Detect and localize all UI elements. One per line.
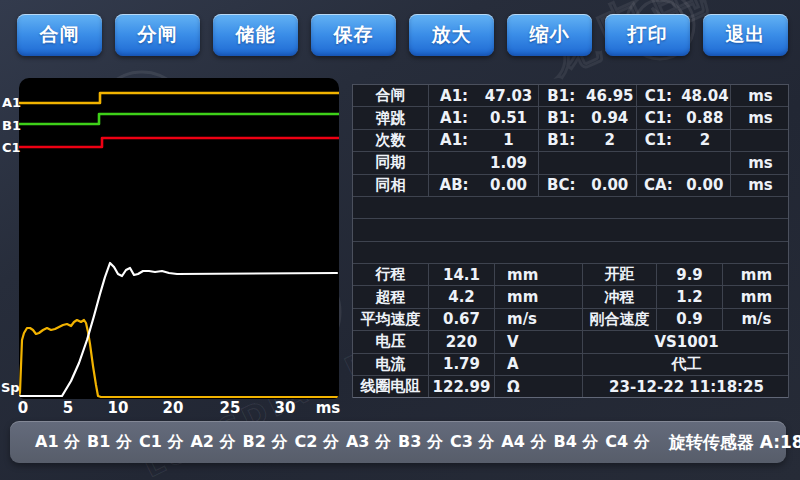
measurement-panel: 合闸 A1:47.03 B1:46.95 C1:48.04 ms 弹跳 A1:0… (352, 84, 789, 398)
trace-label-c1: C1 (2, 140, 20, 155)
row-label: 平均速度 (353, 309, 429, 330)
table-row-count: 次数 A1:1 B1:2 C1:2 (353, 130, 788, 152)
unit-cell: A (495, 354, 583, 375)
table-row-overtravel: 超程 4.2 mm 冲程 1.2 mm (353, 286, 788, 308)
unit-cell: V (495, 331, 583, 352)
unit-cell: ms (731, 152, 790, 173)
unit-cell: mm (723, 286, 790, 307)
x-axis: 0 5 10 20 25 30 ms (19, 399, 349, 416)
phase-b-cell: B1:46.95 (539, 85, 637, 106)
value-cell: 1.79 (429, 354, 495, 375)
table-row-travel: 行程 14.1 mm 开距 9.9 mm (353, 264, 788, 286)
unit-cell: mm (495, 286, 583, 307)
empty-cell (539, 152, 637, 173)
phase-c-cell: C1:48.04 (637, 85, 731, 106)
phase-b-cell: B1:2 (539, 130, 637, 151)
phase-status-b1: B1 分 (87, 432, 132, 453)
table-row-avg-speed: 平均速度 0.67 m/s 刚合速度 0.9 m/s (353, 309, 788, 331)
unit-cell: ms (731, 175, 790, 196)
unit-cell (731, 130, 790, 151)
timestamp-cell: 23-12-22 11:18:25 (583, 376, 790, 397)
row-label: 次数 (353, 130, 429, 151)
value-cell: 0.67 (429, 309, 495, 330)
trace-label-a1: A1 (2, 95, 20, 110)
row-label: 电流 (353, 354, 429, 375)
trace-coil-current (19, 320, 337, 397)
value-cell: 122.99 (429, 376, 495, 397)
trace-label-b1: B1 (2, 118, 20, 133)
phase-status-c3: C3 分 (450, 432, 494, 453)
waveform-svg (19, 78, 339, 399)
phase-status-c4: C4 分 (605, 432, 649, 453)
empty-row (353, 242, 788, 264)
row-label: 同期 (353, 152, 429, 173)
row-label: 电压 (353, 331, 429, 352)
waveform-chart (19, 78, 339, 399)
trace-C1-contact (19, 138, 339, 147)
value-cell: 4.2 (429, 286, 495, 307)
phase-status-bar: A1 分 B1 分 C1 分 A2 分 B2 分 C2 分 A3 分 B3 分 … (10, 421, 786, 463)
zoom-out-button[interactable]: 缩小 (507, 14, 592, 56)
phase-a-cell: A1:1 (429, 130, 539, 151)
row-label: 行程 (353, 264, 429, 285)
empty-row (353, 197, 788, 219)
x-tick: 10 (108, 399, 129, 417)
trace-B1-contact (19, 114, 339, 124)
zoom-in-button[interactable]: 放大 (409, 14, 494, 56)
x-tick: 20 (163, 399, 184, 417)
rotary-sensor-readout: 旋转传感器 A:188.4 (669, 431, 800, 454)
table-row-same-phase: 同相 AB:0.00 BC:0.00 CA:0.00 ms (353, 175, 788, 197)
x-tick: 25 (220, 399, 241, 417)
row-label: 同相 (353, 175, 429, 196)
row-label: 弹跳 (353, 107, 429, 128)
phase-status-a1: A1 分 (35, 432, 80, 453)
row-label: 线圈电阻 (353, 376, 429, 397)
value-cell: 1.2 (657, 286, 723, 307)
trace-label-sp: Sp (1, 380, 19, 395)
unit-cell: mm (723, 264, 790, 285)
value-cell: 1.09 (429, 152, 539, 173)
phase-status-a2: A2 分 (190, 432, 235, 453)
save-button[interactable]: 保存 (311, 14, 396, 56)
open-breaker-button[interactable]: 分闸 (115, 14, 200, 56)
x-tick: 30 (275, 399, 296, 417)
row-label: 冲程 (583, 286, 657, 307)
x-tick: 0 (18, 399, 28, 417)
phase-a-cell: A1:0.51 (429, 107, 539, 128)
row-label: 合闸 (353, 85, 429, 106)
table-row-current: 电流 1.79 A 代工 (353, 354, 788, 376)
row-label: 刚合速度 (583, 309, 657, 330)
breaker-analyzer-screen: { "toolbar": { "buttons": ["合闸", "分闸", "… (0, 0, 800, 480)
trace-A1-contact (19, 93, 339, 103)
bc-cell: BC:0.00 (539, 175, 637, 196)
phase-c-cell: C1:0.88 (637, 107, 731, 128)
toolbar: 合闸 分闸 储能 保存 放大 缩小 打印 退出 (17, 14, 788, 56)
value-cell: 220 (429, 331, 495, 352)
phase-status-b3: B3 分 (398, 432, 443, 453)
unit-cell: ms (731, 107, 790, 128)
unit-cell: Ω (495, 376, 583, 397)
unit-cell: m/s (723, 309, 790, 330)
value-cell: 14.1 (429, 264, 495, 285)
device-model-cell: VS1001 (583, 331, 790, 352)
phase-status-c1: C1 分 (139, 432, 183, 453)
phase-status-a4: A4 分 (501, 432, 546, 453)
trace-Sp-travel-speed (19, 263, 337, 396)
phase-b-cell: B1:0.94 (539, 107, 637, 128)
empty-row (353, 219, 788, 241)
phase-status-b2: B2 分 (243, 432, 288, 453)
x-tick: 5 (63, 399, 73, 417)
charge-energy-button[interactable]: 储能 (213, 14, 298, 56)
print-button[interactable]: 打印 (605, 14, 690, 56)
phase-status-a3: A3 分 (346, 432, 391, 453)
phase-a-cell: A1:47.03 (429, 85, 539, 106)
phase-c-cell: C1:2 (637, 130, 731, 151)
x-axis-unit: ms (316, 399, 341, 417)
unit-cell: mm (495, 264, 583, 285)
exit-button[interactable]: 退出 (703, 14, 788, 56)
unit-cell: m/s (495, 309, 583, 330)
ca-cell: CA:0.00 (637, 175, 731, 196)
table-row-bounce: 弹跳 A1:0.51 B1:0.94 C1:0.88 ms (353, 107, 788, 129)
phase-status-c2: C2 分 (294, 432, 338, 453)
close-breaker-button[interactable]: 合闸 (17, 14, 102, 56)
